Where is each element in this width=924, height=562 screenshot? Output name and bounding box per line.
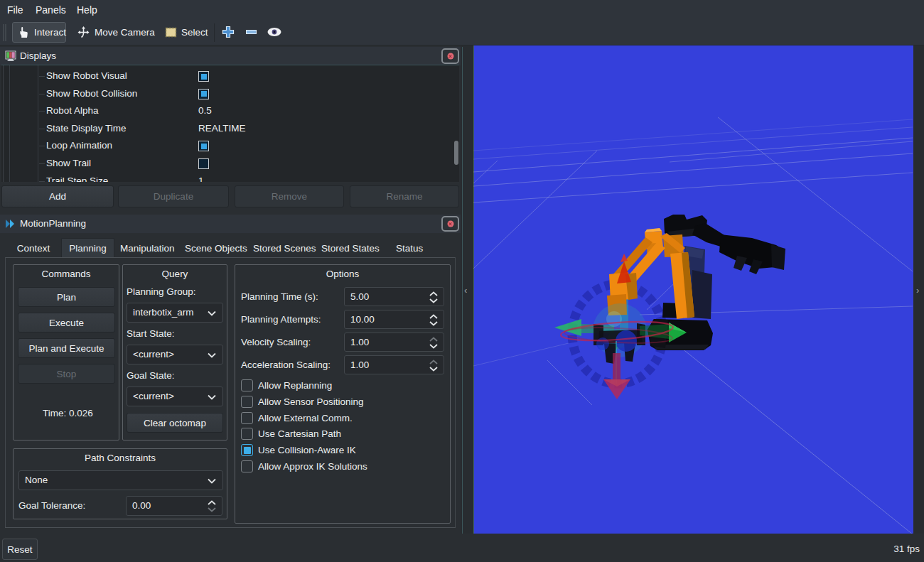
- svg-text:‹: ‹: [464, 285, 467, 296]
- svg-text:›: ›: [916, 285, 919, 296]
